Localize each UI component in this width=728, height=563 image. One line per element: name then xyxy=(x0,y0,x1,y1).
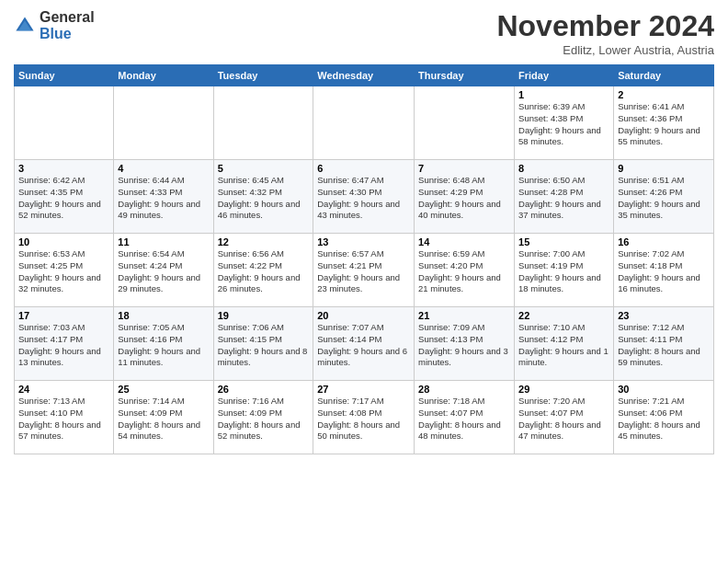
weekday-header-friday: Friday xyxy=(515,65,614,86)
weekday-header-saturday: Saturday xyxy=(614,65,714,86)
day-number: 6 xyxy=(317,163,410,174)
day-cell: 10Sunrise: 6:53 AMSunset: 4:25 PMDayligh… xyxy=(15,234,114,307)
day-number: 1 xyxy=(518,89,609,100)
day-cell: 22Sunrise: 7:10 AMSunset: 4:12 PMDayligh… xyxy=(515,307,614,381)
day-cell xyxy=(114,86,213,160)
day-cell: 25Sunrise: 7:14 AMSunset: 4:09 PMDayligh… xyxy=(114,381,213,454)
day-info: Sunrise: 7:14 AMSunset: 4:09 PMDaylight:… xyxy=(118,396,209,442)
day-info: Sunrise: 6:51 AMSunset: 4:26 PMDaylight:… xyxy=(618,175,710,222)
weekday-header-thursday: Thursday xyxy=(415,65,515,86)
day-info: Sunrise: 6:59 AMSunset: 4:20 PMDaylight:… xyxy=(418,248,510,295)
day-cell: 23Sunrise: 7:12 AMSunset: 4:11 PMDayligh… xyxy=(614,307,714,381)
day-cell xyxy=(213,86,313,160)
day-cell xyxy=(313,86,415,160)
day-cell: 26Sunrise: 7:16 AMSunset: 4:09 PMDayligh… xyxy=(213,381,313,454)
week-row-1: 1Sunrise: 6:39 AMSunset: 4:38 PMDaylight… xyxy=(15,86,714,160)
day-info: Sunrise: 7:09 AMSunset: 4:13 PMDaylight:… xyxy=(418,322,510,369)
day-number: 26 xyxy=(218,384,310,395)
location: Edlitz, Lower Austria, Austria xyxy=(496,43,714,57)
day-number: 2 xyxy=(618,89,710,100)
day-number: 13 xyxy=(317,236,410,247)
day-cell: 13Sunrise: 6:57 AMSunset: 4:21 PMDayligh… xyxy=(313,234,415,307)
day-number: 19 xyxy=(218,310,310,321)
day-info: Sunrise: 7:18 AMSunset: 4:07 PMDaylight:… xyxy=(418,396,510,442)
day-info: Sunrise: 6:50 AMSunset: 4:28 PMDaylight:… xyxy=(518,175,609,222)
day-info: Sunrise: 6:57 AMSunset: 4:21 PMDaylight:… xyxy=(317,248,410,295)
title-area: November 2024 Edlitz, Lower Austria, Aus… xyxy=(496,9,714,57)
day-cell: 6Sunrise: 6:47 AMSunset: 4:30 PMDaylight… xyxy=(313,160,415,234)
day-number: 21 xyxy=(418,310,510,321)
day-cell: 30Sunrise: 7:21 AMSunset: 4:06 PMDayligh… xyxy=(614,381,714,454)
header: General Blue November 2024 Edlitz, Lower… xyxy=(14,9,714,57)
day-number: 12 xyxy=(218,236,310,247)
day-number: 9 xyxy=(618,163,710,174)
day-cell: 21Sunrise: 7:09 AMSunset: 4:13 PMDayligh… xyxy=(415,307,515,381)
day-number: 11 xyxy=(118,236,209,247)
day-info: Sunrise: 7:20 AMSunset: 4:07 PMDaylight:… xyxy=(518,396,609,442)
day-info: Sunrise: 6:47 AMSunset: 4:30 PMDaylight:… xyxy=(317,175,410,222)
day-cell: 28Sunrise: 7:18 AMSunset: 4:07 PMDayligh… xyxy=(415,381,515,454)
month-title: November 2024 xyxy=(496,9,714,43)
day-cell: 19Sunrise: 7:06 AMSunset: 4:15 PMDayligh… xyxy=(213,307,313,381)
day-number: 10 xyxy=(18,236,109,247)
day-number: 29 xyxy=(518,384,609,395)
day-cell: 24Sunrise: 7:13 AMSunset: 4:10 PMDayligh… xyxy=(15,381,114,454)
week-row-2: 3Sunrise: 6:42 AMSunset: 4:35 PMDaylight… xyxy=(15,160,714,234)
day-cell: 9Sunrise: 6:51 AMSunset: 4:26 PMDaylight… xyxy=(614,160,714,234)
day-info: Sunrise: 7:06 AMSunset: 4:15 PMDaylight:… xyxy=(218,322,310,369)
day-cell: 16Sunrise: 7:02 AMSunset: 4:18 PMDayligh… xyxy=(614,234,714,307)
day-info: Sunrise: 7:21 AMSunset: 4:06 PMDaylight:… xyxy=(618,396,710,442)
day-number: 28 xyxy=(418,384,510,395)
weekday-header-sunday: Sunday xyxy=(15,65,114,86)
weekday-header-wednesday: Wednesday xyxy=(313,65,415,86)
day-cell: 17Sunrise: 7:03 AMSunset: 4:17 PMDayligh… xyxy=(15,307,114,381)
day-cell: 7Sunrise: 6:48 AMSunset: 4:29 PMDaylight… xyxy=(415,160,515,234)
day-info: Sunrise: 7:12 AMSunset: 4:11 PMDaylight:… xyxy=(618,322,710,369)
day-info: Sunrise: 7:07 AMSunset: 4:14 PMDaylight:… xyxy=(317,322,410,369)
day-number: 30 xyxy=(618,384,710,395)
logo-text: General Blue xyxy=(40,9,95,42)
day-cell: 18Sunrise: 7:05 AMSunset: 4:16 PMDayligh… xyxy=(114,307,213,381)
day-cell: 20Sunrise: 7:07 AMSunset: 4:14 PMDayligh… xyxy=(313,307,415,381)
day-info: Sunrise: 6:41 AMSunset: 4:36 PMDaylight:… xyxy=(618,101,710,148)
day-cell: 8Sunrise: 6:50 AMSunset: 4:28 PMDaylight… xyxy=(515,160,614,234)
day-info: Sunrise: 6:39 AMSunset: 4:38 PMDaylight:… xyxy=(518,101,609,148)
day-info: Sunrise: 7:16 AMSunset: 4:09 PMDaylight:… xyxy=(218,396,310,442)
day-cell: 5Sunrise: 6:45 AMSunset: 4:32 PMDaylight… xyxy=(213,160,313,234)
day-info: Sunrise: 7:13 AMSunset: 4:10 PMDaylight:… xyxy=(18,396,109,442)
day-info: Sunrise: 6:56 AMSunset: 4:22 PMDaylight:… xyxy=(218,248,310,295)
day-number: 25 xyxy=(118,384,209,395)
day-info: Sunrise: 6:53 AMSunset: 4:25 PMDaylight:… xyxy=(18,248,109,295)
day-number: 16 xyxy=(618,236,710,247)
day-info: Sunrise: 7:17 AMSunset: 4:08 PMDaylight:… xyxy=(317,396,410,442)
day-number: 22 xyxy=(518,310,609,321)
day-number: 14 xyxy=(418,236,510,247)
day-info: Sunrise: 7:05 AMSunset: 4:16 PMDaylight:… xyxy=(118,322,209,369)
day-info: Sunrise: 7:00 AMSunset: 4:19 PMDaylight:… xyxy=(518,248,609,295)
day-cell: 12Sunrise: 6:56 AMSunset: 4:22 PMDayligh… xyxy=(213,234,313,307)
day-number: 27 xyxy=(317,384,410,395)
day-info: Sunrise: 6:42 AMSunset: 4:35 PMDaylight:… xyxy=(18,175,109,222)
week-row-5: 24Sunrise: 7:13 AMSunset: 4:10 PMDayligh… xyxy=(15,381,714,454)
day-number: 7 xyxy=(418,163,510,174)
day-info: Sunrise: 7:02 AMSunset: 4:18 PMDaylight:… xyxy=(618,248,710,295)
day-cell: 2Sunrise: 6:41 AMSunset: 4:36 PMDaylight… xyxy=(614,86,714,160)
day-number: 20 xyxy=(317,310,410,321)
day-info: Sunrise: 6:44 AMSunset: 4:33 PMDaylight:… xyxy=(118,175,209,222)
weekday-header-monday: Monday xyxy=(114,65,213,86)
day-cell xyxy=(415,86,515,160)
day-cell: 1Sunrise: 6:39 AMSunset: 4:38 PMDaylight… xyxy=(515,86,614,160)
weekday-header-tuesday: Tuesday xyxy=(213,65,313,86)
logo: General Blue xyxy=(14,9,95,42)
weekday-header-row: SundayMondayTuesdayWednesdayThursdayFrid… xyxy=(15,65,714,86)
day-number: 17 xyxy=(18,310,109,321)
day-info: Sunrise: 6:45 AMSunset: 4:32 PMDaylight:… xyxy=(218,175,310,222)
day-cell: 3Sunrise: 6:42 AMSunset: 4:35 PMDaylight… xyxy=(15,160,114,234)
day-cell: 27Sunrise: 7:17 AMSunset: 4:08 PMDayligh… xyxy=(313,381,415,454)
page-container: General Blue November 2024 Edlitz, Lower… xyxy=(0,0,728,459)
day-info: Sunrise: 7:10 AMSunset: 4:12 PMDaylight:… xyxy=(518,322,609,369)
day-number: 24 xyxy=(18,384,109,395)
day-info: Sunrise: 7:03 AMSunset: 4:17 PMDaylight:… xyxy=(18,322,109,369)
day-number: 3 xyxy=(18,163,109,174)
day-cell: 29Sunrise: 7:20 AMSunset: 4:07 PMDayligh… xyxy=(515,381,614,454)
